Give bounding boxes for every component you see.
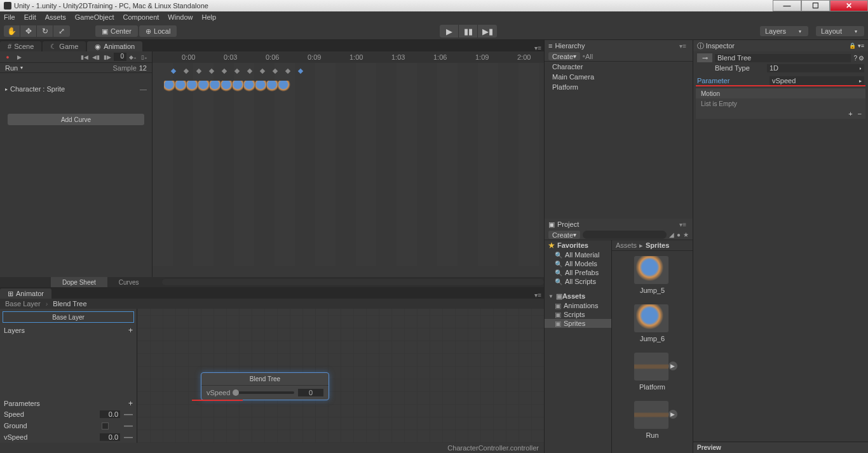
- sample-field[interactable]: 12: [139, 64, 147, 72]
- menu-file[interactable]: File: [4, 13, 15, 21]
- menu-help[interactable]: Help: [201, 13, 216, 21]
- expand-icon[interactable]: ▼: [548, 294, 553, 299]
- frame-field[interactable]: 0: [114, 53, 126, 61]
- menu-assets[interactable]: Assets: [45, 13, 66, 21]
- clip-name[interactable]: Run: [5, 64, 18, 72]
- expand-icon[interactable]: ▸: [5, 86, 8, 92]
- animator-tab[interactable]: ⊞Animator: [0, 288, 51, 299]
- keyframe[interactable]: [209, 69, 214, 74]
- param-speed[interactable]: Speed 0.0 —: [0, 409, 137, 420]
- breadcrumb-base[interactable]: Base Layer: [0, 300, 46, 308]
- add-layer-button[interactable]: +: [128, 326, 133, 335]
- param-ground[interactable]: Ground —: [0, 420, 137, 431]
- animator-graph[interactable]: Blend Tree vSpeed 0: [137, 309, 544, 443]
- asset-jump6[interactable]: Jump_6: [634, 304, 671, 342]
- remove-param-icon[interactable]: —: [124, 409, 133, 419]
- folder-animations[interactable]: ▣Animations: [545, 301, 611, 310]
- add-event-button[interactable]: ▯₊: [139, 53, 149, 62]
- folder-sprites[interactable]: ▣Sprites: [545, 319, 611, 328]
- param-vspeed[interactable]: vSpeed 0.0 —: [0, 431, 137, 443]
- hierarchy-item-platform[interactable]: Platform: [545, 82, 693, 92]
- keyframe[interactable]: [285, 69, 290, 74]
- assets-header[interactable]: ▼▣ Assets: [545, 291, 611, 301]
- folder-scripts[interactable]: ▣Scripts: [545, 310, 611, 319]
- fav-materials[interactable]: 🔍All Material: [545, 250, 611, 259]
- gear-icon[interactable]: ⚙: [858, 55, 864, 62]
- first-frame-button[interactable]: ▮◀: [79, 53, 90, 62]
- minimize-button[interactable]: —: [773, 0, 801, 11]
- blend-type-dropdown[interactable]: 1D: [767, 64, 864, 72]
- hierarchy-item-camera[interactable]: Main Camera: [545, 72, 693, 82]
- keyframe[interactable]: [260, 69, 265, 74]
- layout-dropdown[interactable]: Layout: [816, 26, 864, 36]
- hierarchy-item-character[interactable]: Character: [545, 62, 693, 72]
- name-field[interactable]: Blend Tree: [715, 54, 851, 62]
- asset-platform[interactable]: Platform: [634, 353, 671, 391]
- record-button[interactable]: ●: [3, 53, 13, 62]
- timeline-body[interactable]: [153, 63, 544, 266]
- clip-dropdown-icon[interactable]: ▾: [20, 65, 23, 71]
- add-keyframe-button[interactable]: ◆₊: [128, 53, 138, 62]
- prev-frame-button[interactable]: ◀▮: [91, 53, 101, 62]
- keyframe[interactable]: [247, 69, 252, 74]
- breadcrumb-blend[interactable]: Blend Tree: [48, 300, 92, 308]
- maximize-button[interactable]: ☐: [801, 0, 830, 11]
- rotate-tool[interactable]: ↻: [37, 25, 53, 37]
- close-button[interactable]: ✕: [830, 0, 868, 11]
- lock-icon[interactable]: 🔒 ▾≡: [849, 43, 864, 49]
- filter-icon[interactable]: ◢: [669, 231, 674, 238]
- move-tool[interactable]: ✥: [20, 25, 37, 37]
- remove-prop-icon[interactable]: —: [140, 85, 147, 93]
- menu-window[interactable]: Window: [168, 13, 193, 21]
- favorites-header[interactable]: ★Favorites: [545, 240, 611, 250]
- menu-component[interactable]: Component: [123, 13, 159, 21]
- preview-header[interactable]: Preview: [693, 442, 868, 453]
- keyframe[interactable]: [222, 69, 227, 74]
- timeline-scrollbar[interactable]: [162, 279, 544, 285]
- dopesheet-tab[interactable]: Dope Sheet: [51, 277, 107, 287]
- add-motion-button[interactable]: +: [848, 110, 852, 118]
- keyframe[interactable]: [171, 69, 176, 74]
- timeline-header[interactable]: 0:00 0:03 0:06 0:09 1:00 1:03 1:06 1:09 …: [153, 51, 544, 63]
- curves-tab[interactable]: Curves: [107, 277, 151, 287]
- panel-options-icon[interactable]: ▾≡: [534, 292, 544, 299]
- project-search[interactable]: [583, 231, 667, 239]
- local-global-toggle[interactable]: ⊕Local: [139, 25, 177, 37]
- anim-play-button[interactable]: ▶: [14, 53, 24, 62]
- next-frame-button[interactable]: ▮▶: [102, 53, 112, 62]
- keyframe[interactable]: [196, 69, 201, 74]
- parameter-dropdown[interactable]: vSpeed▸: [770, 76, 864, 85]
- keyframe[interactable]: [273, 69, 278, 74]
- node-value[interactable]: 0: [298, 389, 323, 396]
- asset-run[interactable]: Run: [634, 401, 671, 439]
- hand-tool[interactable]: ✋: [4, 25, 20, 37]
- scale-tool[interactable]: ⤢: [53, 25, 70, 37]
- fav-models[interactable]: 🔍All Models: [545, 259, 611, 268]
- game-tab[interactable]: ☾Game: [43, 41, 86, 51]
- animation-tab[interactable]: ◉Animation: [87, 41, 142, 51]
- asset-jump5[interactable]: Jump_5: [634, 256, 671, 294]
- node-slider[interactable]: [234, 391, 294, 394]
- property-row[interactable]: ▸ Character : Sprite —: [0, 83, 152, 95]
- step-button[interactable]: ▶▮: [478, 25, 497, 37]
- keyframe[interactable]: [298, 69, 303, 74]
- play-button[interactable]: ▶: [440, 25, 459, 37]
- help-icon[interactable]: ?: [853, 55, 857, 62]
- pivot-center-toggle[interactable]: ▣Center: [95, 25, 138, 37]
- panel-options-icon[interactable]: ▾≡: [679, 43, 689, 50]
- layer-select[interactable]: Base Layer: [3, 311, 134, 323]
- layers-dropdown[interactable]: Layers: [760, 26, 808, 36]
- remove-motion-button[interactable]: −: [858, 110, 862, 118]
- keyframe[interactable]: [234, 69, 240, 74]
- add-curve-button[interactable]: Add Curve: [8, 114, 144, 125]
- add-parameter-button[interactable]: +: [128, 399, 133, 408]
- path-sprites[interactable]: Sprites: [646, 241, 669, 249]
- menu-gameobject[interactable]: GameObject: [75, 13, 114, 21]
- filter-icon[interactable]: ●: [677, 231, 681, 238]
- keyframe[interactable]: [184, 69, 189, 74]
- fav-scripts[interactable]: 🔍All Scripts: [545, 277, 611, 286]
- search-all-filter[interactable]: ᵒAll: [583, 53, 593, 60]
- fav-prefabs[interactable]: 🔍All Prefabs: [545, 268, 611, 277]
- project-create-dropdown[interactable]: Create ▾: [548, 231, 580, 239]
- pause-button[interactable]: ▮▮: [459, 25, 478, 37]
